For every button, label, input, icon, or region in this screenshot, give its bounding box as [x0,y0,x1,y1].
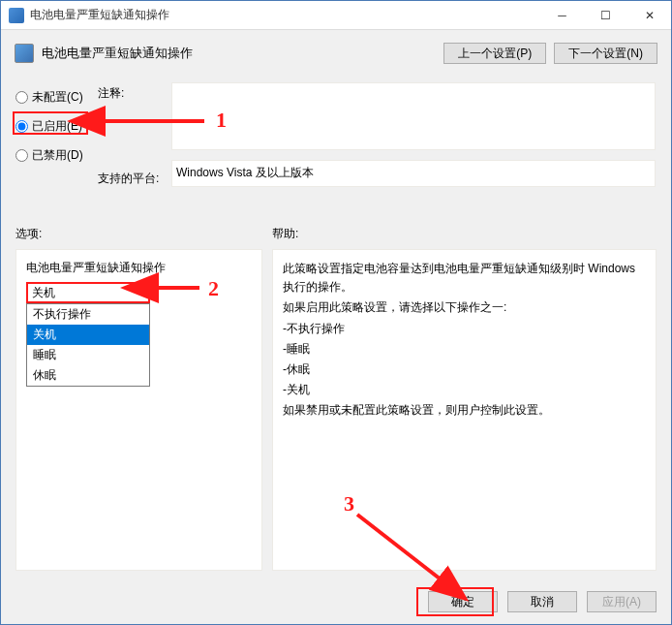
app-icon [9,8,24,23]
dialog-footer: 确定 取消 应用(A) [428,591,657,612]
minimize-button[interactable]: ─ [540,1,584,30]
radio-enabled-label: 已启用(E) [32,118,82,135]
prev-setting-button[interactable]: 上一个设置(P) [443,43,546,64]
radio-not-configured-label: 未配置(C) [32,89,83,106]
options-panel: 电池电量严重短缺通知操作 关机 不执行操作 关机 睡眠 休眠 [15,249,262,571]
help-text: -睡眠 [283,340,646,359]
dropdown-list: 不执行操作 关机 睡眠 休眠 [26,303,150,387]
help-text: 如果禁用或未配置此策略设置，则用户控制此设置。 [283,401,646,420]
ok-button[interactable]: 确定 [428,591,498,612]
radio-enabled[interactable]: 已启用(E) [15,111,93,141]
next-setting-button[interactable]: 下一个设置(N) [554,43,657,64]
action-dropdown[interactable]: 关机 不执行操作 关机 睡眠 休眠 [26,282,150,303]
radio-disabled-input[interactable] [15,149,28,162]
dropdown-item[interactable]: 不执行操作 [27,304,149,325]
dropdown-item[interactable]: 睡眠 [27,345,149,365]
radio-not-configured-input[interactable] [15,91,28,104]
comment-textarea[interactable] [171,82,656,150]
cancel-button[interactable]: 取消 [507,591,577,612]
chevron-down-icon [137,291,144,296]
help-text: -休眠 [283,360,646,379]
help-panel: 此策略设置指定电池容量达到电池电量严重短缺通知级别时 Windows 执行的操作… [272,249,657,571]
maximize-button[interactable]: ☐ [584,1,627,30]
radio-enabled-input[interactable] [15,120,28,133]
options-label: 选项: [15,226,272,242]
help-text: 如果启用此策略设置，请选择以下操作之一: [283,298,646,317]
options-panel-title: 电池电量严重短缺通知操作 [26,260,252,276]
comment-label: 注释: [98,85,124,102]
window-title: 电池电量严重短缺通知操作 [30,7,540,23]
dropdown-item[interactable]: 休眠 [27,365,149,386]
policy-dialog-window: 电池电量严重短缺通知操作 ─ ☐ ✕ 电池电量严重短缺通知操作 上一个设置(P)… [0,0,672,625]
platform-textarea: Windows Vista 及以上版本 [171,160,656,187]
platform-label: 支持的平台: [98,171,159,187]
titlebar: 电池电量严重短缺通知操作 ─ ☐ ✕ [1,1,671,30]
dropdown-value: 关机 [32,285,55,301]
header: 电池电量严重短缺通知操作 上一个设置(P) 下一个设置(N) [1,30,671,77]
help-text: -不执行操作 [283,320,646,338]
policy-icon [15,44,34,63]
radio-not-configured[interactable]: 未配置(C) [15,82,93,111]
help-text: -关机 [283,381,646,399]
apply-button[interactable]: 应用(A) [587,591,657,612]
radio-disabled-label: 已禁用(D) [32,147,83,164]
radio-disabled[interactable]: 已禁用(D) [15,141,93,170]
help-text: 此策略设置指定电池容量达到电池电量严重短缺通知级别时 Windows 执行的操作… [283,260,646,297]
dropdown-item[interactable]: 关机 [27,325,149,345]
help-label: 帮助: [272,226,298,242]
close-button[interactable]: ✕ [627,1,671,30]
policy-title: 电池电量严重短缺通知操作 [42,45,436,62]
state-radio-group: 未配置(C) 已启用(E) 已禁用(D) [15,82,93,170]
